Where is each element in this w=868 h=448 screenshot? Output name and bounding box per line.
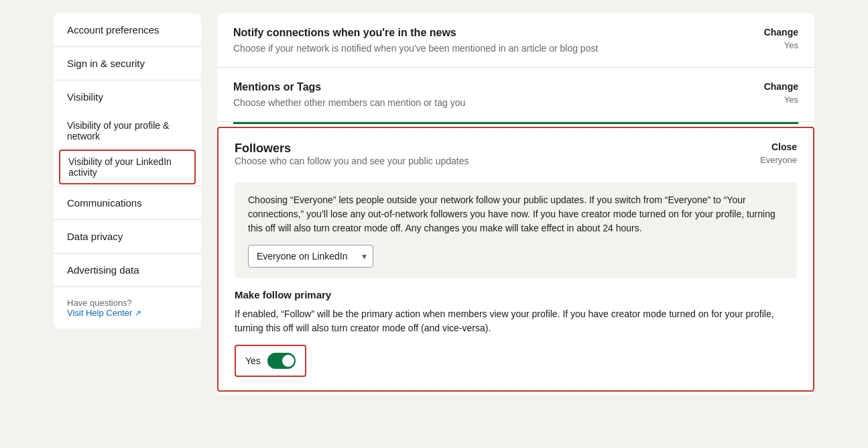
main-content: Notify connections when you're in the ne… <box>217 13 814 394</box>
followers-close[interactable]: Close <box>760 142 797 152</box>
sidebar-item-label: Communications <box>67 197 142 209</box>
sidebar-item-label: Advertising data <box>67 264 139 276</box>
notify-connections-content: Notify connections when you're in the ne… <box>233 27 745 54</box>
sidebar-help: Have questions? Visit Help Center ↗ <box>54 287 201 329</box>
sidebar: Account preferences Sign in & security V… <box>54 13 201 329</box>
followers-select[interactable]: Everyone on LinkedIn Your connections on… <box>248 245 373 268</box>
notify-connections-desc: Choose if your network is notified when … <box>233 43 745 54</box>
help-question: Have questions? <box>67 298 188 308</box>
followers-select-wrapper: Everyone on LinkedIn Your connections on… <box>248 245 373 268</box>
external-link-icon: ↗ <box>135 309 141 318</box>
followers-action: Close Everyone <box>760 142 797 165</box>
sidebar-item-label: Sign in & security <box>67 58 145 69</box>
followers-header: Followers Choose who can follow you and … <box>235 142 797 177</box>
sidebar-subitem-visibility-profile-network[interactable]: Visibility of your profile & network <box>54 113 201 148</box>
followers-title-group: Followers Choose who can follow you and … <box>235 142 469 177</box>
make-follow-section: Make follow primary If enabled, “Follow”… <box>235 289 797 377</box>
green-divider <box>233 122 798 124</box>
followers-body-text: Choosing “Everyone” lets people outside … <box>248 193 784 235</box>
make-follow-toggle-row: Yes <box>235 345 306 377</box>
followers-desc: Choose who can follow you and see your p… <box>235 156 469 166</box>
notify-connections-action: Change Yes <box>745 27 798 50</box>
make-follow-primary-title: Make follow primary <box>235 289 797 300</box>
mentions-tags-desc: Choose whether other members can mention… <box>233 97 745 108</box>
sidebar-subitem-label: Visibility of your profile & network <box>67 120 169 142</box>
sidebar-subitem-label: Visibility of your LinkedIn activity <box>68 156 172 178</box>
sidebar-item-label: Account preferences <box>67 24 160 36</box>
sidebar-item-account-preferences[interactable]: Account preferences <box>54 13 201 46</box>
sidebar-item-communications[interactable]: Communications <box>54 186 201 219</box>
notify-connections-row: Notify connections when you're in the ne… <box>217 13 814 68</box>
notify-connections-change[interactable]: Change <box>745 27 798 38</box>
mentions-tags-title: Mentions or Tags <box>233 81 745 93</box>
followers-value: Everyone <box>760 155 797 165</box>
sidebar-item-visibility[interactable]: Visibility <box>54 80 201 113</box>
mentions-tags-row: Mentions or Tags Choose whether other me… <box>217 68 814 122</box>
toggle-thumb <box>282 355 294 367</box>
sidebar-subitem-visibility-linkedin-activity[interactable]: Visibility of your LinkedIn activity <box>59 150 196 184</box>
toggle-label: Yes <box>245 355 261 366</box>
notify-connections-title: Notify connections when you're in the ne… <box>233 27 745 39</box>
visit-help-center-label: Visit Help Center <box>67 308 132 318</box>
make-follow-toggle[interactable] <box>267 353 296 369</box>
visit-help-center-link[interactable]: Visit Help Center ↗ <box>67 308 188 318</box>
followers-body: Choosing “Everyone” lets people outside … <box>235 182 797 278</box>
mentions-tags-content: Mentions or Tags Choose whether other me… <box>233 81 745 108</box>
followers-section: Followers Choose who can follow you and … <box>217 127 814 392</box>
mentions-tags-value: Yes <box>745 95 798 105</box>
notify-connections-value: Yes <box>745 40 798 50</box>
make-follow-primary-desc: If enabled, “Follow” will be the primary… <box>235 307 797 335</box>
sidebar-item-advertising-data[interactable]: Advertising data <box>54 254 201 286</box>
sidebar-item-sign-security[interactable]: Sign in & security <box>54 47 201 80</box>
sidebar-item-label: Visibility <box>67 91 103 103</box>
followers-title: Followers <box>235 142 469 156</box>
sidebar-item-label: Data privacy <box>67 231 123 242</box>
mentions-tags-action: Change Yes <box>745 81 798 105</box>
sidebar-item-data-privacy[interactable]: Data privacy <box>54 220 201 253</box>
mentions-tags-change[interactable]: Change <box>745 81 798 92</box>
